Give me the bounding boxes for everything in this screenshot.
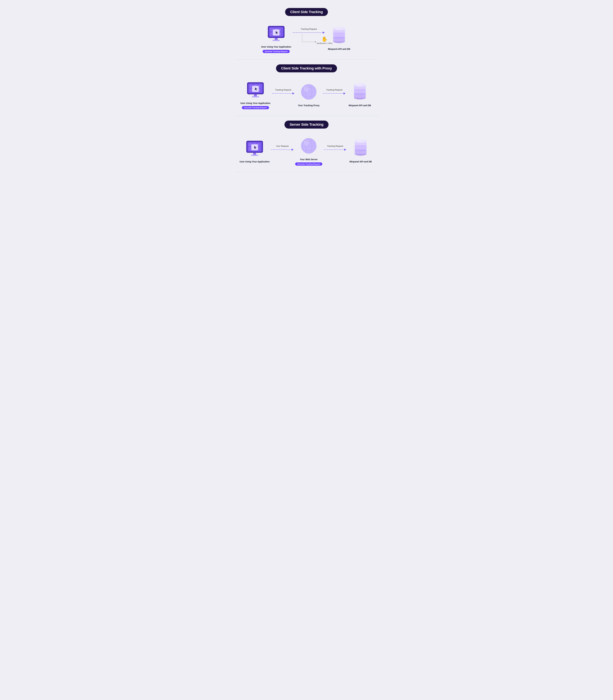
svg-point-54	[356, 84, 361, 85]
section1-title: Client Side Tracking	[285, 8, 328, 16]
dashed-line3	[271, 150, 292, 150]
svg-point-76	[304, 140, 309, 146]
arrow2-label-section2: Tracking Request	[326, 89, 342, 91]
arrow-head1	[292, 92, 295, 94]
mixpanel-label-3: Mixpanel API and DB	[350, 160, 372, 163]
section1-diagram: User Using Your Application Generate Tra…	[235, 24, 378, 53]
dashed-arrow1-section3	[271, 149, 294, 151]
mixpanel-node-3: Mixpanel API and DB	[348, 139, 374, 163]
dashed-arrow2-section2	[323, 92, 345, 94]
arrow1-label-section2: Tracking Request	[275, 89, 291, 91]
arrow1-label-section3: Your Request	[276, 145, 289, 147]
section3-diagram: User Using Your Application Your Request	[235, 137, 378, 166]
tracking-request-label-1: Tracking Request	[301, 28, 317, 30]
user-label-2: User Using Your Application	[240, 102, 271, 105]
dashed-line4	[324, 150, 344, 150]
webserver-badge: Generate Tracking Request	[295, 163, 322, 166]
globe-icon-2	[298, 137, 319, 156]
globe-icon-1	[298, 82, 319, 102]
svg-rect-32	[254, 94, 257, 96]
user-badge-1: Generate Tracking Request	[263, 50, 290, 53]
user-node-1: User Using Your Application Generate Tra…	[261, 24, 291, 53]
webserver-label: Your Web Server	[300, 158, 318, 161]
section1-title-wrap: Client Side Tracking	[235, 8, 378, 16]
section-client-side-tracking-proxy: Client Side Tracking with Proxy	[235, 63, 378, 116]
section3-title: Server Side Tracking	[285, 120, 328, 129]
dashed-arrow1-section2	[272, 92, 295, 94]
arrow2-section3: Tracking Request	[322, 145, 348, 157]
dashed-arrow2-section3	[324, 149, 346, 151]
proxy-node: Your Tracking Proxy	[296, 82, 322, 107]
database-icon-3	[350, 139, 371, 158]
monitor-icon-3	[244, 139, 265, 158]
section2-diagram: User Using Your Application Generate Tra…	[235, 80, 378, 110]
section1-arrows: Tracking Request ✋ Ad-Blockers (~30%)	[291, 26, 326, 51]
webserver-node: Your Web Server Generate Tracking Reques…	[295, 137, 322, 166]
adblocker-label: Ad-Blockers (~30%)	[317, 42, 332, 44]
section2-title-wrap: Client Side Tracking with Proxy	[235, 64, 378, 72]
user-label-3: User Using Your Application	[239, 160, 270, 163]
arrow-head4	[344, 149, 346, 151]
mixpanel-node-2: Mixpanel API and DB	[347, 82, 373, 107]
svg-rect-65	[253, 153, 256, 155]
section-server-side-tracking: Server Side Tracking	[235, 119, 378, 172]
arrow-head3	[292, 149, 294, 151]
arrow1-section2: Tracking Request	[271, 89, 296, 101]
database-icon-2	[350, 82, 370, 102]
adblocker-icon: ✋	[321, 37, 328, 42]
svg-rect-33	[252, 96, 259, 97]
svg-rect-66	[251, 155, 258, 156]
user-label-1: User Using Your Application	[261, 46, 291, 49]
dashed-line2	[323, 93, 344, 93]
section-client-side-tracking: Client Side Tracking	[235, 7, 378, 60]
arrow2-section2: Tracking Request	[322, 89, 347, 101]
user-node-3: User Using Your Application	[239, 139, 270, 163]
arrow1-section3: Your Request	[270, 145, 295, 157]
monitor-icon-2	[245, 80, 266, 100]
arrow2-label-section3: Tracking Request	[327, 145, 343, 147]
svg-rect-10	[275, 38, 278, 40]
section2-title: Client Side Tracking with Proxy	[276, 64, 337, 72]
proxy-label: Your Tracking Proxy	[298, 104, 319, 107]
user-node-2: User Using Your Application Generate Tra…	[240, 80, 271, 110]
dashed-line1	[272, 93, 292, 93]
section3-title-wrap: Server Side Tracking	[235, 120, 378, 129]
mixpanel-label-2: Mixpanel API and DB	[349, 104, 371, 107]
svg-point-21	[335, 27, 340, 29]
svg-point-43	[304, 86, 309, 92]
user-badge-2: Generate Tracking Request	[242, 106, 269, 109]
svg-point-87	[357, 140, 362, 142]
arrow-head2	[343, 92, 345, 94]
mixpanel-label-1: Mixpanel API and DB	[328, 48, 350, 51]
monitor-icon-1	[266, 24, 287, 43]
svg-rect-11	[273, 40, 280, 41]
